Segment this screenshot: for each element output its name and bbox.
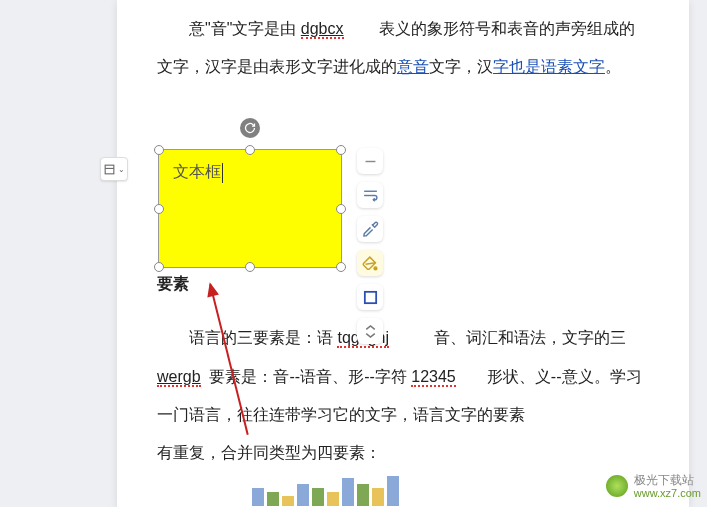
textbox-text[interactable]: 文本框: [173, 163, 221, 180]
resize-handle-br[interactable]: [336, 262, 346, 272]
svg-rect-5: [105, 165, 114, 174]
text: 音、词汇和语法，文字的三: [434, 329, 626, 346]
underlined-text: wergb: [157, 368, 201, 387]
resize-handle-bl[interactable]: [154, 262, 164, 272]
text-wrap-button[interactable]: [357, 182, 383, 208]
svg-point-3: [374, 267, 377, 270]
eyedropper-button[interactable]: [357, 216, 383, 242]
underlined-text: 12345: [411, 368, 456, 387]
watermark-url: www.xz7.com: [634, 487, 701, 499]
chevron-down-icon: ⌄: [118, 165, 125, 174]
watermark-name: 极光下载站: [634, 474, 701, 487]
layout-options-button[interactable]: ⌄: [100, 157, 128, 181]
watermark-logo-icon: [606, 475, 628, 497]
resize-handle-t[interactable]: [245, 145, 255, 155]
link-yiyin[interactable]: 意音: [397, 58, 429, 75]
text: 要素是：音--语音、形--字符: [209, 368, 406, 385]
fill-color-button[interactable]: [357, 250, 383, 276]
watermark: 极光下载站 www.xz7.com: [606, 474, 701, 499]
resize-handle-b[interactable]: [245, 262, 255, 272]
text: 有重复，合并同类型为四要素：: [157, 444, 381, 461]
border-button[interactable]: [357, 284, 383, 310]
text-box[interactable]: 文本框: [158, 149, 342, 268]
text: 语言的三要素是：语: [189, 329, 333, 346]
text-cursor: [222, 163, 223, 183]
resize-handle-r[interactable]: [336, 204, 346, 214]
link-yusu[interactable]: 字也是语素文字: [493, 58, 605, 75]
resize-handle-tl[interactable]: [154, 145, 164, 155]
resize-handle-tr[interactable]: [336, 145, 346, 155]
paragraph-2: 语言的三要素是：语 tqgsghj 音、词汇和语法，文字的三 wergb 要素是…: [157, 319, 649, 473]
text: 文字，汉: [429, 58, 493, 75]
shape-toolbar: [356, 148, 384, 344]
underlined-text: dgbcx: [301, 20, 344, 39]
svg-rect-4: [364, 291, 375, 302]
heading-yaosu: 要素: [157, 265, 649, 303]
text: 意"音"文字是由: [189, 20, 296, 37]
mini-bar-chart: [252, 466, 399, 506]
paragraph-1: 意"音"文字是由 dgbcx 表义的象形符号和表音的声旁组成的文字，汉字是由表形…: [157, 10, 649, 87]
collapse-button[interactable]: [357, 148, 383, 174]
rotate-handle[interactable]: [240, 118, 260, 138]
resize-handle-l[interactable]: [154, 204, 164, 214]
text: 。: [605, 58, 621, 75]
more-options-button[interactable]: [357, 318, 383, 344]
